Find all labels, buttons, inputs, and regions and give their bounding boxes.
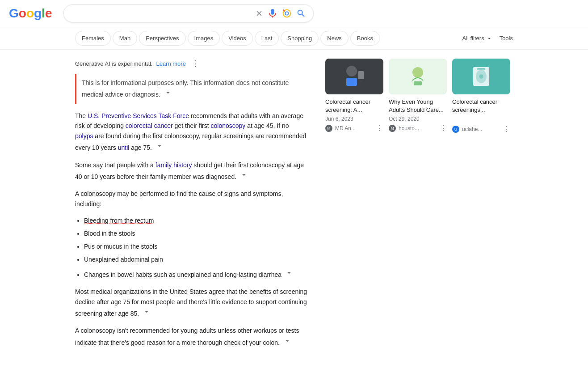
svg-rect-2 (346, 78, 357, 86)
para3-expand[interactable] (141, 307, 152, 317)
para2-expand[interactable] (238, 170, 250, 180)
card-1-date: Jun 6, 2023 (325, 116, 383, 122)
card-2-illustration (404, 63, 431, 90)
tab-females[interactable]: Females (75, 31, 111, 46)
card-1-illustration (341, 63, 368, 90)
card-1-image (325, 59, 383, 94)
list-item: Pus or mucus in the stools (84, 242, 307, 251)
tab-shopping[interactable]: Shopping (281, 31, 319, 46)
search-bar: at what age should you get a colonoscopy (63, 4, 314, 22)
bowel-habits-link[interactable]: bowel habits (118, 271, 152, 278)
card-3-image (452, 59, 510, 94)
card-3-avatar: U (452, 126, 459, 133)
svg-point-4 (412, 67, 423, 78)
ai-paragraph-3: Most medical organizations in the United… (75, 287, 307, 318)
svg-point-8 (479, 74, 483, 79)
search-button[interactable] (296, 8, 306, 18)
ai-content: Generative AI is experimental. Learn mor… (75, 59, 307, 355)
card-2-date: Oct 29, 2020 (389, 116, 447, 122)
colonoscopy-link[interactable]: colonoscopy (210, 122, 245, 129)
tools-button[interactable]: Tools (500, 35, 513, 42)
ai-paragraph-2: Some say that people with a family histo… (75, 160, 307, 182)
google-logo: Google (9, 6, 52, 21)
symptoms-list: Bleeding from the rectum Blood in the st… (84, 216, 307, 280)
symptom5-expand[interactable] (283, 268, 295, 278)
search-input[interactable]: at what age should you get a colonoscopy (71, 9, 252, 17)
svg-rect-3 (358, 71, 364, 79)
sidebar: Colorectal cancer screening: A... Jun 6,… (325, 59, 513, 355)
card-2-more[interactable]: ⋮ (440, 124, 447, 132)
card-1[interactable]: Colorectal cancer screening: A... Jun 6,… (325, 59, 383, 133)
svg-rect-9 (477, 68, 485, 69)
until-link[interactable]: until (118, 144, 130, 151)
tab-man[interactable]: Man (113, 31, 137, 46)
tab-last[interactable]: Last (255, 31, 279, 46)
tab-perspectives[interactable]: Perspectives (139, 31, 185, 46)
lens-button[interactable] (282, 8, 292, 18)
family-history-link[interactable]: family history (155, 161, 192, 169)
card-2-avatar: M (389, 125, 396, 132)
card-2-source: M housto... ⋮ (389, 124, 447, 132)
card-2-title: Why Even Young Adults Should Care... (389, 98, 447, 114)
para4-expand[interactable] (281, 336, 293, 346)
list-item: Unexplained abdominal pain (84, 255, 307, 264)
main-content: Generative AI is experimental. Learn mor… (0, 50, 588, 364)
symptoms-intro: A colonoscopy may be performed to find t… (75, 189, 307, 209)
para1-expand[interactable] (154, 141, 165, 151)
header: Google at what age should you get a colo… (0, 0, 588, 27)
tab-news[interactable]: News (320, 31, 349, 46)
warning-expand[interactable] (162, 88, 174, 98)
svg-rect-5 (414, 81, 422, 85)
list-item: Changes in bowel habits such as unexplai… (84, 268, 307, 280)
svg-point-1 (346, 66, 357, 76)
list-item: Blood in the stools (84, 229, 307, 238)
tabs-bar: Females Man Perspectives Images Videos L… (0, 27, 588, 50)
polyps-link[interactable]: polyps (75, 132, 93, 140)
card-3[interactable]: Colorectal cancer screenings... U uclahe… (452, 59, 510, 133)
ai-note: Generative AI is experimental. Learn mor… (75, 59, 307, 68)
colorectal-link[interactable]: colorectal cancer (126, 122, 173, 129)
clear-button[interactable] (255, 9, 263, 17)
ai-paragraph-4: A colonoscopy isn't recommended for youn… (75, 326, 307, 348)
tab-books[interactable]: Books (350, 31, 380, 46)
learn-more-link[interactable]: Learn more (156, 60, 185, 67)
card-3-illustration (468, 63, 495, 90)
card-3-title: Colorectal cancer screenings... (452, 98, 510, 114)
card-1-more[interactable]: ⋮ (376, 124, 383, 132)
card-1-title: Colorectal cancer screening: A... (325, 98, 383, 114)
card-2[interactable]: Why Even Young Adults Should Care... Oct… (389, 59, 447, 133)
cards-row: Colorectal cancer screening: A... Jun 6,… (325, 59, 513, 133)
list-item: Bleeding from the rectum (84, 216, 307, 225)
voice-search-button[interactable] (268, 8, 277, 18)
card-1-source: M MD An... ⋮ (325, 124, 383, 132)
ai-more-options[interactable]: ⋮ (191, 59, 199, 68)
tab-images[interactable]: Images (188, 31, 220, 46)
card-3-source: U uclahe... ⋮ (452, 125, 510, 133)
all-filters-button[interactable]: All filters (462, 35, 492, 42)
ai-warning: This is for informational purposes only.… (75, 74, 307, 104)
card-3-more[interactable]: ⋮ (503, 125, 510, 133)
uspstf-link[interactable]: U.S. Preventive Services Task Force (88, 112, 189, 119)
card-2-image (389, 59, 447, 94)
tab-videos[interactable]: Videos (222, 31, 253, 46)
ai-paragraph-1: The U.S. Preventive Services Task Force … (75, 111, 307, 153)
card-1-avatar: M (325, 125, 332, 132)
